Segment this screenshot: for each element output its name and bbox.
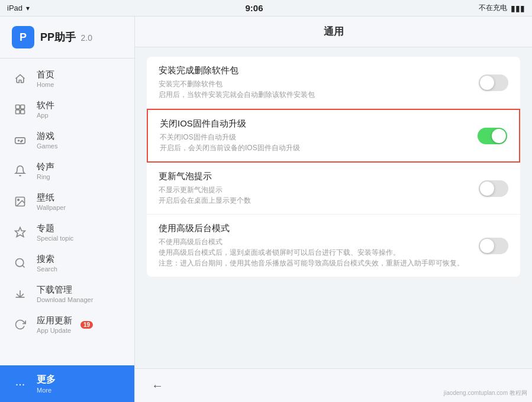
toggle-update-bubble[interactable] xyxy=(479,180,508,197)
label-en-games: Games xyxy=(37,142,57,150)
svg-rect-1 xyxy=(21,105,25,109)
sidebar-item-special[interactable]: 专题 Special topic xyxy=(0,217,134,248)
svg-point-8 xyxy=(18,199,19,201)
label-search: 搜索 Search xyxy=(37,254,57,273)
icon-home xyxy=(12,70,28,87)
toggle-knob-delete-after-install xyxy=(480,76,494,90)
sidebar-item-download[interactable]: 下载管理 Download Manager xyxy=(0,278,134,309)
back-button[interactable]: ← xyxy=(147,375,168,396)
svg-rect-3 xyxy=(21,110,25,114)
label-cn-app: 软件 xyxy=(37,100,54,111)
toggle-delete-after-install[interactable] xyxy=(479,74,508,91)
svg-point-10 xyxy=(16,259,24,267)
svg-point-6 xyxy=(21,141,22,142)
toggle-advanced-background[interactable] xyxy=(479,238,508,254)
toggle-disable-ios-update[interactable] xyxy=(478,128,507,144)
icon-update xyxy=(12,316,28,333)
setting-item-update-bubble: 更新气泡提示 不显示更新气泡提示 开启后会在桌面上显示更个数 xyxy=(147,163,520,215)
sidebar-item-update[interactable]: 应用更新 App Update 19 xyxy=(0,309,134,340)
icon-wallpaper xyxy=(12,193,28,210)
label-games: 游戏 Games xyxy=(37,131,57,150)
status-bar: iPad ▾ 9:06 不在充电 ▮▮▮ xyxy=(0,0,532,17)
setting-item-disable-ios-update: 关闭IOS固件自动升级 不关闭IOS固件自动升级 开启后，会关闭当前设备的IOS… xyxy=(147,109,520,163)
sidebar-item-games[interactable]: 游戏 Games xyxy=(0,125,134,155)
more-label-cn: 更多 xyxy=(37,374,56,386)
battery-icon: ▮▮▮ xyxy=(511,4,525,13)
label-en-wallpaper: Wallpaper xyxy=(37,204,66,211)
label-en-search: Search xyxy=(37,265,57,273)
icon-special xyxy=(12,224,28,241)
svg-rect-0 xyxy=(16,105,20,109)
setting-text-disable-ios-update: 关闭IOS固件自动升级 不关闭IOS固件自动升级 开启后，会关闭当前设备的IOS… xyxy=(160,118,478,153)
toggle-knob-update-bubble xyxy=(480,181,494,196)
content-title: 通用 xyxy=(324,26,344,37)
icon-download xyxy=(12,286,28,302)
sidebar-item-more[interactable]: ··· 更多 More xyxy=(0,365,134,402)
label-en-download: Download Manager xyxy=(37,296,93,303)
svg-rect-2 xyxy=(16,110,20,114)
sidebar: P PP助手 2.0 首页 Home 软件 App 游戏 Games xyxy=(0,17,135,402)
label-app: 软件 App xyxy=(37,100,54,119)
label-download: 下载管理 Download Manager xyxy=(37,284,93,303)
label-cn-special: 专题 xyxy=(37,223,73,234)
app-name: PP助手 xyxy=(40,31,76,43)
setting-desc-disable-ios-update: 不关闭IOS固件自动升级 开启后，会关闭当前设备的IOS固件自动升级 xyxy=(160,132,478,153)
label-cn-ring: 铃声 xyxy=(37,161,54,173)
wifi-icon: ▾ xyxy=(26,4,30,12)
label-wallpaper: 壁纸 Wallpaper xyxy=(37,192,66,211)
label-en-special: Special topic xyxy=(37,235,73,242)
setting-text-delete-after-install: 安装完成删除软件包 安装完不删除软件包 启用后，当软件安装完就会自动删除该软件安… xyxy=(159,65,479,100)
app-logo: P xyxy=(12,26,34,48)
sidebar-item-ring[interactable]: 铃声 Ring xyxy=(0,155,134,186)
label-en-update: App Update xyxy=(37,327,72,334)
icon-ring xyxy=(12,163,28,179)
sidebar-item-wallpaper[interactable]: 壁纸 Wallpaper xyxy=(0,186,134,217)
badge-update: 19 xyxy=(80,321,93,329)
settings-list: 安装完成删除软件包 安装完不删除软件包 启用后，当软件安装完就会自动删除该软件安… xyxy=(135,47,532,368)
sidebar-nav: 首页 Home 软件 App 游戏 Games 铃声 Ring 壁纸 Wallp… xyxy=(0,59,134,365)
settings-section: 安装完成删除软件包 安装完不删除软件包 启用后，当软件安装完就会自动删除该软件安… xyxy=(147,57,520,277)
app-version: 2.0 xyxy=(80,33,92,43)
svg-rect-4 xyxy=(15,138,25,144)
setting-item-advanced-background: 使用高级后台模式 不使用高级后台模式 使用高级后台模式后，退到桌面或者锁屏时可以… xyxy=(147,215,520,277)
setting-item-delete-after-install: 安装完成删除软件包 安装完不删除软件包 启用后，当软件安装完就会自动删除该软件安… xyxy=(147,57,520,109)
setting-desc-delete-after-install: 安装完不删除软件包 启用后，当软件安装完就会自动删除该软件安装包 xyxy=(159,79,479,100)
ipad-label: iPad xyxy=(7,4,22,12)
icon-games xyxy=(12,132,28,148)
content-footer: ← xyxy=(135,368,532,402)
status-right: 不在充电 ▮▮▮ xyxy=(479,3,525,13)
sidebar-item-search[interactable]: 搜索 Search xyxy=(0,248,134,278)
setting-desc-update-bubble: 不显示更新气泡提示 开启后会在桌面上显示更个数 xyxy=(159,184,479,206)
setting-title-delete-after-install: 安装完成删除软件包 xyxy=(159,65,479,76)
main-layout: P PP助手 2.0 首页 Home 软件 App 游戏 Games xyxy=(0,17,532,402)
content-area: 通用 安装完成删除软件包 安装完不删除软件包 启用后，当软件安装完就会自动删除该… xyxy=(135,17,532,402)
label-cn-games: 游戏 xyxy=(37,131,57,142)
setting-title-advanced-background: 使用高级后台模式 xyxy=(159,223,479,234)
label-cn-home: 首页 xyxy=(37,69,54,80)
setting-text-advanced-background: 使用高级后台模式 不使用高级后台模式 使用高级后台模式后，退到桌面或者锁屏时可以… xyxy=(159,223,479,268)
more-label-en: More xyxy=(37,387,56,394)
label-en-home: Home xyxy=(37,81,54,88)
label-ring: 铃声 Ring xyxy=(37,161,54,180)
label-special: 专题 Special topic xyxy=(37,223,73,242)
icon-search xyxy=(12,255,28,271)
label-cn-search: 搜索 xyxy=(37,254,57,265)
setting-title-disable-ios-update: 关闭IOS固件自动升级 xyxy=(160,118,478,129)
label-cn-wallpaper: 壁纸 xyxy=(37,192,66,203)
svg-marker-9 xyxy=(15,228,25,237)
app-header: P PP助手 2.0 xyxy=(0,17,134,59)
status-left: iPad ▾ xyxy=(7,4,30,12)
sidebar-item-app[interactable]: 软件 App xyxy=(0,94,134,125)
status-time: 9:06 xyxy=(246,3,263,13)
more-icon: ··· xyxy=(12,375,28,392)
setting-text-update-bubble: 更新气泡提示 不显示更新气泡提示 开启后会在桌面上显示更个数 xyxy=(159,171,479,206)
setting-desc-advanced-background: 不使用高级后台模式 使用高级后台模式后，退到桌面或者锁屏时可以后台进行下载、安装… xyxy=(159,236,479,268)
label-en-app: App xyxy=(37,112,54,119)
toggle-knob-advanced-background xyxy=(480,239,494,253)
label-en-ring: Ring xyxy=(37,173,54,180)
label-home: 首页 Home xyxy=(37,69,54,88)
sidebar-item-home[interactable]: 首页 Home xyxy=(0,63,134,94)
charging-label: 不在充电 xyxy=(479,3,507,13)
toggle-knob-disable-ios-update xyxy=(492,129,506,143)
app-name-wrap: PP助手 2.0 xyxy=(40,30,92,44)
